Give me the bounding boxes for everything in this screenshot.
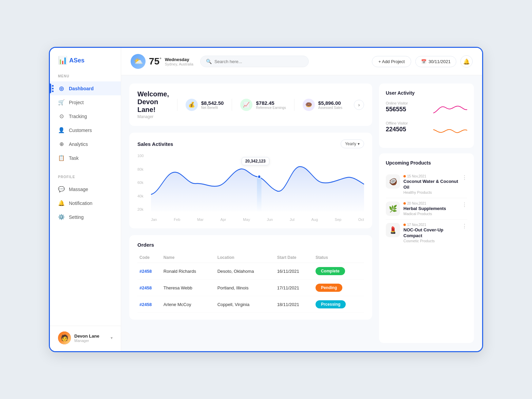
stat-icon-earnings: 📈	[240, 99, 252, 111]
product-menu-button[interactable]: ⋮	[462, 202, 467, 208]
sidebar-label-analytics: Analytics	[69, 141, 88, 147]
col-header-name: Name	[162, 252, 215, 263]
stat-icon-benefit: 💰	[186, 99, 198, 111]
product-menu-button[interactable]: ⋮	[462, 223, 467, 229]
list-item: 🥥 15 Nov,2021 Coconut Water & Coconut Oi…	[386, 171, 467, 198]
search-bar[interactable]: 🔍	[200, 56, 309, 67]
table-row: #2458 Theresa Webb Portland, Illinois 17…	[137, 280, 364, 296]
chart-y-labels: 100 80k 60k 40k 20k	[137, 154, 144, 211]
svg-point-1	[258, 175, 261, 178]
notification-icon: 🔔	[58, 200, 65, 206]
stat-value-benefit: $8,542.50	[201, 100, 224, 106]
product-thumbnail: 💄	[386, 223, 400, 237]
product-date: 20 Nov,2021	[403, 202, 458, 205]
product-category: Cosmetic Products	[403, 239, 458, 243]
weather-day: Wednesday	[165, 57, 193, 62]
order-location: Coppell, Virginia	[215, 296, 275, 313]
logo-text: ASes	[69, 57, 84, 64]
sidebar-item-notification[interactable]: 🔔 Notification	[50, 196, 121, 210]
avatar: 🧑	[58, 331, 71, 344]
temperature: 75°	[149, 56, 162, 66]
menu-label: MENU	[50, 74, 121, 78]
date-dot	[403, 175, 406, 177]
sidebar-item-project[interactable]: 🛒 Project	[50, 95, 121, 109]
chart-tooltip: 20,342,123	[242, 157, 269, 165]
sidebar-item-setting[interactable]: ⚙️ Setting	[50, 210, 121, 224]
chart-header: Sales Activites Yearly ▾	[137, 139, 364, 148]
order-location: Portland, Illinois	[215, 280, 275, 296]
top-bar-actions: + Add Project 📅 30/11/2021 🔔	[372, 55, 473, 68]
tracking-icon: ⊙	[58, 113, 65, 119]
sidebar-label-project: Project	[69, 100, 84, 105]
chart-title: Sales Activites	[137, 141, 173, 147]
user-profile-bar[interactable]: 🧑 Devon Lane Manager ▾	[50, 326, 121, 344]
upcoming-products-card: Upcoming Products 🥥 15 Nov,2021 Coconut …	[379, 153, 474, 343]
product-category: Madical Products	[403, 212, 458, 216]
sidebar-item-analytics[interactable]: ⊕ Analytics	[50, 137, 121, 151]
setting-icon: ⚙️	[58, 214, 65, 220]
task-icon: 📋	[58, 155, 65, 161]
dashboard-icon: ◎	[58, 85, 65, 92]
welcome-text: Welcome, Devon Lane! Manager	[137, 90, 177, 119]
sidebar-item-dashboard[interactable]: ◎ Dashboard	[50, 81, 121, 95]
date-dot	[403, 224, 406, 226]
product-date: 15 Nov,2021	[403, 174, 458, 178]
content-area: Welcome, Devon Lane! Manager 💰 $8,542.50…	[121, 75, 482, 351]
stat-value-earnings: $782.45	[256, 100, 286, 106]
sidebar-item-task[interactable]: 📋 Task	[50, 151, 121, 165]
logo: 📊 ASes	[50, 56, 121, 65]
order-status: Pending	[314, 280, 364, 296]
customers-icon: 👤	[58, 127, 65, 133]
online-mini-chart	[433, 103, 467, 116]
sidebar-label-dashboard: Dashboard	[69, 86, 94, 91]
search-input[interactable]	[214, 59, 303, 64]
sidebar-label-massage: Massage	[69, 187, 88, 192]
list-item: 🌿 20 Nov,2021 Herbal Supplements Madical…	[386, 198, 467, 220]
sidebar-item-massage[interactable]: 💬 Massage	[50, 182, 121, 196]
order-date: 17/11/2021	[275, 280, 314, 296]
order-code[interactable]: #2458	[137, 280, 162, 296]
svg-rect-0	[257, 177, 261, 211]
analytics-icon: ⊕	[58, 141, 65, 147]
chart-svg: 20,342,123	[151, 154, 364, 211]
offline-visitor-row: Offline Visitor 224505	[386, 121, 467, 138]
orders-table: Code Name Location Start Date Status #24…	[137, 252, 364, 313]
stat-label-earnings: Reference Earnings	[256, 106, 286, 110]
col-header-status: Status	[314, 252, 364, 263]
massage-icon: 💬	[58, 186, 65, 192]
right-panel: User Activity Online Visitor 556555	[379, 83, 474, 343]
table-row: #2458 Arlene McCoy Coppell, Virginia 18/…	[137, 296, 364, 313]
upcoming-products-title: Upcoming Products	[386, 160, 467, 166]
stat-label-benefit: Net Benefit	[201, 106, 224, 110]
online-visitor-row: Online Visitor 556555	[386, 101, 467, 118]
col-header-location: Location	[215, 252, 275, 263]
sidebar-item-customers[interactable]: 👤 Customers	[50, 123, 121, 137]
order-location: Desoto, Oklahoma	[215, 263, 275, 280]
user-role: Manager	[74, 339, 107, 343]
main-content: ⛅ 75° Wednesday Sydney, Australia 🔍	[121, 48, 482, 351]
date-dot	[403, 202, 406, 205]
user-name: Devon Lane	[74, 334, 107, 339]
chevron-down-icon: ▾	[358, 141, 360, 146]
order-code[interactable]: #2458	[137, 296, 162, 313]
stat-value-sales: $5,896.00	[318, 100, 342, 106]
more-stats-button[interactable]: ›	[354, 100, 364, 110]
chart-filter-button[interactable]: Yearly ▾	[341, 139, 364, 148]
online-visitor-label: Online Visitor	[386, 101, 408, 105]
col-header-date: Start Date	[275, 252, 314, 263]
offline-mini-chart	[433, 123, 467, 136]
order-date: 18/11/2021	[275, 296, 314, 313]
product-thumbnail: 🌿	[386, 202, 400, 216]
active-indicator	[52, 85, 54, 92]
notification-button[interactable]: 🔔	[460, 55, 473, 68]
products-list: 🥥 15 Nov,2021 Coconut Water & Coconut Oi…	[386, 171, 467, 246]
logo-icon: 📊	[58, 56, 67, 65]
add-project-button[interactable]: + Add Project	[372, 56, 411, 67]
weather-location: Sydney, Australia	[165, 62, 193, 66]
search-icon: 🔍	[206, 59, 212, 64]
product-menu-button[interactable]: ⋮	[462, 174, 467, 181]
left-panel: Welcome, Devon Lane! Manager 💰 $8,542.50…	[129, 83, 372, 343]
stat-label-sales: Assessed Sales	[318, 106, 342, 110]
sidebar-item-tracking[interactable]: ⊙ Tracking	[50, 109, 121, 123]
order-code[interactable]: #2458	[137, 263, 162, 280]
